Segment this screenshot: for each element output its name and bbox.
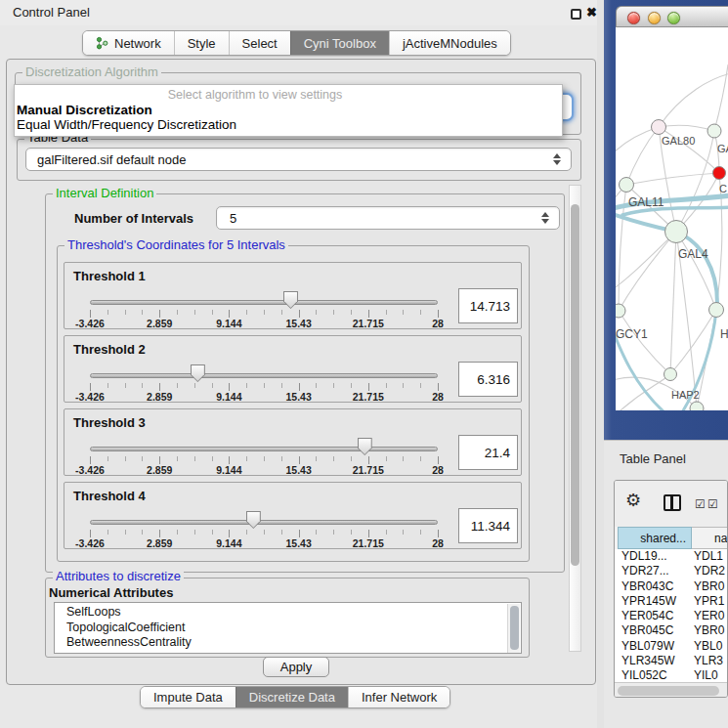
- network-partial-node[interactable]: [690, 402, 704, 410]
- tick-label: 28: [432, 318, 444, 329]
- top-tab-bar: NetworkStyleSelectCyni ToolboxjActiveMNo…: [82, 30, 511, 56]
- list-scrollbar[interactable]: [507, 604, 520, 654]
- tick-mark: [420, 310, 421, 315]
- tab-select[interactable]: Select: [229, 31, 290, 55]
- slider-track[interactable]: [90, 300, 438, 305]
- tick-mark: [264, 530, 265, 535]
- threshold-value-field[interactable]: 21.4: [458, 435, 518, 470]
- tab-impute-data[interactable]: Impute Data: [141, 687, 236, 707]
- network-window-titlebar[interactable]: [616, 6, 728, 27]
- threshold-value-field[interactable]: 11.344: [458, 508, 518, 543]
- table-row[interactable]: YER054CYER0: [615, 609, 728, 623]
- network-green-node-ne[interactable]: [707, 124, 721, 138]
- tick-mark: [159, 310, 160, 318]
- attribute-item-topologicalcoefficient[interactable]: TopologicalCoefficient: [55, 621, 521, 636]
- slider-track[interactable]: [90, 447, 438, 451]
- tick-mark: [438, 310, 439, 318]
- tab-infer-network[interactable]: Infer Network: [348, 687, 450, 707]
- slider-handle[interactable]: [191, 364, 205, 382]
- network-gcy1-node[interactable]: [616, 304, 625, 318]
- threshold-value-field[interactable]: 6.316: [458, 362, 518, 397]
- network-gal4-node[interactable]: [665, 221, 688, 243]
- cell-shared-name: YER054C: [615, 609, 690, 623]
- algorithm-hint-item[interactable]: Select algorithm to view settings: [15, 87, 495, 103]
- network-red-node[interactable]: [713, 167, 726, 180]
- network-gal11-node[interactable]: [620, 178, 634, 193]
- column-header-shared[interactable]: shared...: [618, 527, 692, 549]
- cell-name: YBL0: [690, 639, 722, 654]
- network-label-gal4: GAL4: [678, 247, 708, 261]
- tab-discretize-data[interactable]: Discretize Data: [236, 687, 348, 707]
- table-hscrollbar-thumb[interactable]: [618, 686, 719, 696]
- table-row[interactable]: YPR145WYPR1: [615, 594, 728, 609]
- tick-mark: [438, 383, 439, 391]
- table-row[interactable]: YLR345WYLR3: [615, 654, 728, 668]
- slider-handle[interactable]: [246, 511, 261, 529]
- minimize-traffic-light-icon[interactable]: [648, 12, 661, 24]
- spinner-arrows-icon[interactable]: [540, 212, 550, 224]
- tick-label: 28: [432, 537, 444, 549]
- number-of-intervals-value: 5: [217, 211, 540, 226]
- table-data-combobox[interactable]: galFiltered.sif default node: [25, 148, 572, 171]
- cell-shared-name: YLR345W: [615, 654, 690, 668]
- threshold-value-field[interactable]: 14.713: [458, 288, 518, 323]
- tick-mark: [264, 383, 265, 388]
- network-edge: [616, 232, 676, 291]
- spinner-arrows-icon[interactable]: [552, 153, 562, 165]
- tab-network[interactable]: Network: [83, 31, 174, 55]
- tick-mark: [177, 310, 178, 315]
- table-row[interactable]: YDR27...YDR2: [615, 564, 728, 578]
- float-window-icon[interactable]: [571, 9, 581, 20]
- tab-style[interactable]: Style: [174, 31, 229, 55]
- threshold-label: Threshold 3: [73, 415, 146, 430]
- network-edge: [626, 173, 719, 185]
- algorithm-item-equal-width[interactable]: Equal Width/Frequency Discretization: [15, 117, 562, 132]
- tick-mark: [229, 310, 230, 318]
- slider-handle[interactable]: [283, 291, 298, 309]
- checkbox-icon[interactable]: ☑: [707, 497, 718, 511]
- attribute-item-selfloops[interactable]: SelfLoops: [55, 605, 521, 621]
- tab-cyni-toolbox[interactable]: Cyni Toolbox: [290, 31, 389, 55]
- slider-track[interactable]: [90, 373, 438, 378]
- zoom-traffic-light-icon[interactable]: [667, 12, 680, 24]
- tick-label: 21.715: [353, 464, 384, 476]
- table-row[interactable]: YDL19...YDL1: [615, 549, 728, 564]
- slider-handle[interactable]: [358, 438, 372, 455]
- tick-mark: [403, 310, 404, 315]
- numerical-attributes-list[interactable]: SelfLoopsTopologicalCoefficientBetweenne…: [54, 602, 522, 654]
- tick-label: 2.859: [147, 391, 172, 403]
- number-of-intervals-spinner[interactable]: 5: [216, 206, 560, 230]
- cell-name: YER0: [690, 609, 724, 623]
- tick-mark: [420, 383, 421, 388]
- attribute-item-betweennesscentrality[interactable]: BetweennessCentrality: [55, 635, 521, 651]
- close-traffic-light-icon[interactable]: [627, 12, 640, 24]
- network-hap2-node[interactable]: [664, 368, 677, 381]
- tick-mark: [107, 456, 108, 461]
- network-label-ga: GA: [717, 143, 728, 154]
- tick-mark: [194, 456, 195, 461]
- column-header-name[interactable]: na: [692, 527, 728, 549]
- close-icon[interactable]: ✖: [586, 5, 597, 20]
- slider-track[interactable]: [90, 520, 438, 525]
- network-canvas[interactable]: GAL80GACGAL11GAL4GCY1HHAP2: [616, 27, 728, 410]
- algorithm-item-manual[interactable]: Manual Discretization: [15, 103, 562, 117]
- panel-scrollbar-thumb[interactable]: [571, 204, 579, 566]
- tick-mark: [299, 383, 300, 391]
- panel-scrollbar[interactable]: [569, 185, 581, 652]
- column-layout-icon[interactable]: [664, 494, 681, 511]
- tick-label: 15.43: [285, 464, 311, 476]
- table-row[interactable]: YBR043CYBR0: [615, 579, 728, 594]
- table-row[interactable]: YBR045CYBR0: [615, 623, 728, 638]
- network-gal80-node[interactable]: [652, 120, 666, 135]
- panel-divider[interactable]: [597, 0, 604, 728]
- tab-jactivemnodules[interactable]: jActiveMNodules: [389, 31, 510, 55]
- apply-button[interactable]: Apply: [263, 657, 329, 677]
- list-scrollbar-thumb[interactable]: [510, 606, 519, 650]
- table-hscrollbar[interactable]: [615, 682, 727, 698]
- table-row[interactable]: YBL079WYBL0: [615, 639, 728, 654]
- network-h-node[interactable]: [709, 303, 724, 318]
- gear-icon[interactable]: ⚙: [625, 492, 641, 509]
- tick-mark: [316, 456, 317, 461]
- tick-mark: [281, 383, 282, 388]
- checkbox-icon[interactable]: ☑: [695, 497, 706, 511]
